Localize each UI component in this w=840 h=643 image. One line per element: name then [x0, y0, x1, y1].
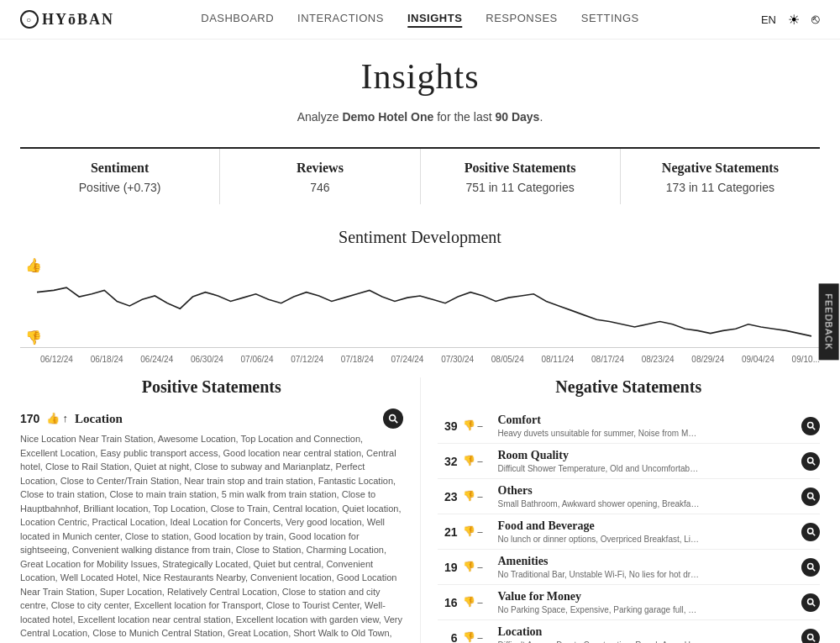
- svg-point-12: [807, 529, 812, 534]
- negative-item-value: 16 👎 – Value for Money No Parking Space,…: [438, 585, 821, 620]
- neg-food-content: Food and Beverage No lunch or dinner opt…: [498, 519, 797, 544]
- stat-reviews-label: Reviews: [228, 161, 411, 176]
- neg-location-search[interactable]: [801, 629, 820, 644]
- neg-room-icons: 👎 –: [463, 455, 493, 467]
- page-content: Insights Analyze Demo Hotel One for the …: [0, 40, 840, 643]
- neg-food-title: Food and Beverage: [498, 519, 797, 533]
- neg-room-text: Difficult Shower Temperature, Old and Un…: [498, 464, 700, 473]
- positive-item-location: 170 👍 ↑ Location Nice Location Near Trai…: [20, 408, 403, 643]
- svg-point-0: [389, 415, 395, 421]
- stat-sentiment-label: Sentiment: [29, 161, 211, 176]
- neg-amenities-search[interactable]: [801, 558, 820, 577]
- nav-interactions[interactable]: INTERACTIONS: [297, 12, 384, 28]
- neg-value-text: No Parking Space, Expensive, Parking gar…: [498, 605, 700, 614]
- negative-item-comfort: 39 👎 – Comfort Heavy duvets unsuitable f…: [438, 408, 821, 444]
- negative-item-room-quality: 32 👎 – Room Quality Difficult Shower Tem…: [438, 444, 821, 479]
- svg-point-6: [807, 423, 812, 428]
- language-selector[interactable]: EN: [761, 13, 776, 26]
- positive-item-location-count: 170: [20, 412, 39, 425]
- logout-button[interactable]: ⎋: [811, 12, 820, 27]
- stat-negative-label: Negative Statements: [629, 161, 811, 176]
- positive-item-location-search[interactable]: [383, 408, 403, 429]
- neg-others-search[interactable]: [801, 488, 820, 506]
- nav-dashboard[interactable]: DASHBOARD: [201, 12, 274, 28]
- neg-room-search[interactable]: [801, 452, 820, 471]
- stat-negative: Negative Statements 173 in 11 Categories: [621, 149, 820, 204]
- nav-links: DASHBOARD INTERACTIONS INSIGHTS RESPONSE…: [201, 12, 639, 28]
- stat-reviews: Reviews 746: [220, 149, 420, 204]
- stat-positive-label: Positive Statements: [429, 161, 612, 176]
- theme-toggle[interactable]: ☀: [788, 12, 800, 28]
- positive-column: Positive Statements 170 👍 ↑ Location Nic…: [20, 377, 421, 643]
- date-8: 07/30/24: [441, 355, 474, 364]
- sentiment-dev-title: Sentiment Development: [20, 228, 820, 247]
- neg-value-content: Value for Money No Parking Space, Expens…: [498, 590, 797, 614]
- neg-others-content: Others Small Bathroom, Awkward shower op…: [498, 484, 797, 509]
- neg-comfort-content: Comfort Heavy duvets unsuitable for summ…: [498, 414, 797, 438]
- negative-column: Negative Statements 39 👎 – Comfort Heavy…: [421, 377, 821, 643]
- neg-amenities-count: 19: [438, 561, 458, 574]
- date-13: 08/29/24: [691, 355, 724, 364]
- nav-right: EN ☀ ⎋: [761, 12, 820, 28]
- positive-item-location-title: Location: [75, 412, 123, 426]
- svg-point-16: [807, 599, 812, 604]
- sentiment-chart: 👍 👎: [20, 256, 820, 348]
- nav-responses[interactable]: RESPONSES: [486, 12, 557, 28]
- nav-settings[interactable]: SETTINGS: [581, 12, 639, 28]
- svg-point-18: [807, 635, 812, 640]
- sentiment-svg: [20, 256, 820, 347]
- svg-line-7: [812, 427, 815, 430]
- neg-food-text: No lunch or dinner options, Overpriced B…: [498, 535, 700, 544]
- date-2: 06/24/24: [140, 355, 173, 364]
- neg-location-icons: 👎 –: [463, 631, 493, 643]
- analyze-middle: for the last: [437, 110, 491, 124]
- neg-value-icons: 👎 –: [463, 596, 493, 609]
- date-14: 09/04/24: [742, 355, 774, 364]
- stat-negative-value: 173 in 11 Categories: [629, 181, 811, 194]
- stat-sentiment-value: Positive (+0.73): [29, 181, 211, 194]
- nav-insights[interactable]: INSIGHTS: [407, 12, 462, 28]
- positive-item-location-header: 170 👍 ↑ Location: [20, 408, 403, 429]
- date-4: 07/06/24: [241, 355, 274, 364]
- period: 90 Days: [495, 110, 539, 124]
- main-columns: Positive Statements 170 👍 ↑ Location Nic…: [20, 377, 820, 643]
- svg-point-10: [807, 493, 812, 498]
- dislike-icon: 👎: [25, 329, 42, 345]
- negative-item-others: 23 👎 – Others Small Bathroom, Awkward sh…: [438, 479, 821, 514]
- feedback-tab[interactable]: FEEDBACK: [818, 283, 838, 360]
- neg-food-count: 21: [438, 525, 458, 539]
- neg-comfort-text: Heavy duvets unsuitable for summer, Nois…: [498, 429, 700, 438]
- date-1: 06/18/24: [91, 355, 123, 364]
- neg-comfort-count: 39: [438, 419, 458, 433]
- date-12: 08/23/24: [642, 355, 675, 364]
- svg-line-11: [812, 498, 815, 500]
- date-11: 08/17/24: [591, 355, 624, 364]
- neg-value-count: 16: [438, 596, 458, 609]
- positive-item-location-text: Nice Location Near Train Station, Awesom…: [20, 432, 403, 643]
- svg-line-17: [812, 603, 815, 606]
- neg-room-content: Room Quality Difficult Shower Temperatur…: [498, 449, 797, 473]
- date-7: 07/24/24: [391, 355, 423, 364]
- like-icon: 👍: [25, 257, 42, 273]
- logo-text: HYōBAN: [42, 11, 114, 29]
- neg-location-title: Location: [498, 625, 797, 639]
- date-15: 09/10...: [792, 355, 820, 364]
- stat-reviews-value: 746: [228, 181, 411, 194]
- neg-value-title: Value for Money: [498, 590, 797, 603]
- date-9: 08/05/24: [491, 355, 524, 364]
- stats-row: Sentiment Positive (+0.73) Reviews 746 P…: [20, 147, 820, 204]
- neg-amenities-icons: 👎 –: [463, 561, 493, 573]
- neg-comfort-search[interactable]: [801, 417, 820, 435]
- neg-value-search[interactable]: [801, 593, 820, 612]
- date-3: 06/30/24: [191, 355, 223, 364]
- neg-comfort-title: Comfort: [498, 414, 797, 427]
- neg-amenities-title: Amenities: [498, 555, 797, 568]
- logo-circle: ○: [20, 10, 39, 29]
- svg-line-9: [812, 462, 815, 465]
- neg-food-search[interactable]: [801, 523, 820, 541]
- date-10: 08/11/24: [541, 355, 574, 364]
- neg-others-icons: 👎 –: [463, 490, 493, 503]
- neg-food-icons: 👎 –: [463, 525, 493, 538]
- neg-location-content: Location Difficult Access Due to Constru…: [498, 625, 797, 643]
- negative-col-header: Negative Statements: [438, 377, 821, 397]
